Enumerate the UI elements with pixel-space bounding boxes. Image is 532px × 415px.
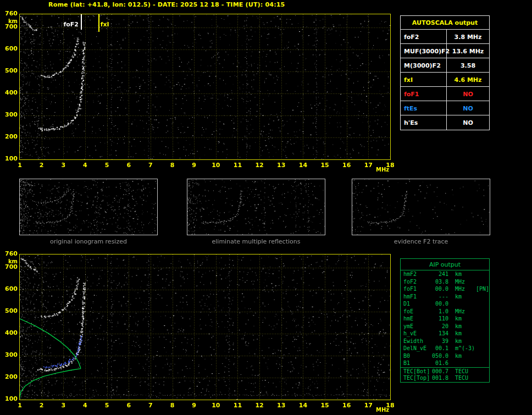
top-y-tick-100: 100 <box>1 156 18 162</box>
aip-row-foF2: foF203.8MHz <box>401 278 489 286</box>
autoscala-param: ftEs <box>401 101 447 115</box>
bottom-y-tick-760: 760 <box>1 251 18 257</box>
bottom-y-tick-400: 400 <box>1 330 18 336</box>
bottom-y-tick-200: 200 <box>1 374 18 380</box>
bottom-y-axis-unit: km <box>1 258 18 265</box>
aip-row-DelN_vE: DelN_vE00.1m^(-3) <box>401 345 489 352</box>
top-x-tick-3: 3 <box>58 162 68 169</box>
aip-param: foE <box>403 308 431 316</box>
autoscala-value: NO <box>447 101 489 115</box>
bottom-y-tick-100: 100 <box>1 396 18 402</box>
aip-row-hmF1: hmF1---km <box>401 293 489 301</box>
aip-param: B0 <box>403 352 431 360</box>
thumbnail-caption-original: original ionogram resized <box>19 238 158 245</box>
autoscala-param: foF1 <box>401 87 447 101</box>
bottom-x-tick-1: 1 <box>15 402 25 409</box>
aip-unit: MHz <box>451 278 476 286</box>
aip-note: [PN] <box>476 285 489 293</box>
aip-unit: m^(-3) <box>451 345 476 352</box>
aip-note <box>476 359 489 367</box>
aip-unit: km <box>451 330 476 337</box>
ionogram-top <box>19 14 391 160</box>
aip-note <box>476 270 489 278</box>
bottom-x-tick-8: 8 <box>168 402 178 409</box>
aip-param: hmF1 <box>403 293 431 301</box>
bottom-x-tick-4: 4 <box>80 402 90 409</box>
aip-param: D1 <box>403 300 431 308</box>
top-x-tick-8: 8 <box>168 162 178 169</box>
bottom-x-tick-16: 16 <box>342 402 352 409</box>
aip-param: ymE <box>403 323 431 330</box>
autoscala-row-foF2: foF23.8 MHz <box>401 30 489 44</box>
top-y-tick-400: 400 <box>1 90 18 96</box>
aip-param: foF1 <box>403 285 431 293</box>
top-x-tick-7: 7 <box>146 162 156 169</box>
ionogram-bottom-canvas <box>20 254 390 400</box>
aip-param: hmE <box>403 315 431 323</box>
thumbnail-caption-evidence: evidence F2 trace <box>352 238 490 245</box>
thumbnail-evidence-f2-trace-canvas <box>352 179 490 235</box>
aip-unit: km <box>451 270 476 278</box>
top-x-tick-18: 18 <box>385 162 395 169</box>
bottom-x-tick-13: 13 <box>276 402 286 409</box>
top-y-tick-600: 600 <box>1 46 18 52</box>
aip-value: 20 <box>431 323 451 330</box>
top-x-tick-2: 2 <box>37 162 47 169</box>
top-y-axis-unit: km <box>1 18 18 25</box>
bottom-y-tick-700: 700 <box>1 264 18 270</box>
aip-unit: km <box>451 315 476 323</box>
aip-value: 00.1 <box>431 345 451 352</box>
top-y-tick-760: 760 <box>1 10 18 17</box>
aip-param: TEC[Top] <box>403 374 431 382</box>
aip-output-table: AIP output hmF2241kmfoF203.8MHzfoF100.0M… <box>400 258 490 383</box>
aip-value: 000.7 <box>431 368 451 375</box>
aip-row-Ewidth: Ewidth39km <box>401 337 489 345</box>
top-x-tick-1: 1 <box>15 162 25 169</box>
aip-value: --- <box>431 293 451 301</box>
aip-row-foF1: foF100.0MHz[PN] <box>401 285 489 293</box>
autoscala-value: 3.58 <box>447 58 489 72</box>
autoscala-row-h'Es: h'EsNO <box>401 115 489 130</box>
bottom-x-tick-5: 5 <box>102 402 112 409</box>
top-y-tick-300: 300 <box>1 112 18 118</box>
aip-value: 00.0 <box>431 300 451 308</box>
bottom-x-tick-9: 9 <box>189 402 199 409</box>
bottom-x-axis-unit: MHz <box>376 407 386 413</box>
autoscala-value: 13.6 MHz <box>447 44 489 58</box>
aip-value: 1.0 <box>431 308 451 316</box>
aip-unit: TECU <box>451 368 476 375</box>
autoscala-row-ftEs: ftEsNO <box>401 101 489 115</box>
aip-value: 241 <box>431 270 451 278</box>
aip-note <box>476 323 489 330</box>
aip-row-h_vE: h_vE134km <box>401 330 489 337</box>
thumbnail-eliminate-reflections <box>187 179 325 235</box>
ionogram-top-canvas <box>20 14 390 159</box>
bottom-y-tick-500: 500 <box>1 308 18 314</box>
aip-param: hmF2 <box>403 270 431 278</box>
top-x-tick-12: 12 <box>254 162 264 169</box>
bottom-x-tick-12: 12 <box>254 402 264 409</box>
autoscala-value: NO <box>447 115 489 130</box>
top-y-tick-700: 700 <box>1 24 18 30</box>
aip-param: B1 <box>403 359 431 367</box>
aip-note <box>476 315 489 323</box>
aip-param: DelN_vE <box>403 345 431 352</box>
aip-row-TEC[Bot]: TEC[Bot]000.7TECU <box>401 367 489 375</box>
aip-param: Ewidth <box>403 337 431 345</box>
top-x-axis-unit: MHz <box>376 167 386 173</box>
aip-note <box>476 368 489 375</box>
top-x-tick-17: 17 <box>363 162 373 169</box>
aip-unit <box>451 300 476 308</box>
bottom-x-tick-7: 7 <box>146 402 156 409</box>
aip-value: 01.6 <box>431 359 451 367</box>
bottom-x-tick-18: 18 <box>385 402 395 409</box>
aip-unit: MHz <box>451 285 476 293</box>
aip-unit <box>451 359 476 367</box>
thumbnail-caption-eliminate: eliminate multiple reflections <box>187 238 325 245</box>
aip-unit: TECU <box>451 374 476 382</box>
top-x-tick-5: 5 <box>102 162 112 169</box>
aip-param: h_vE <box>403 330 431 337</box>
aip-value: 03.8 <box>431 278 451 286</box>
autoscala-title: AUTOSCALA output <box>401 16 489 30</box>
aip-row-foE: foE1.0MHz <box>401 308 489 316</box>
